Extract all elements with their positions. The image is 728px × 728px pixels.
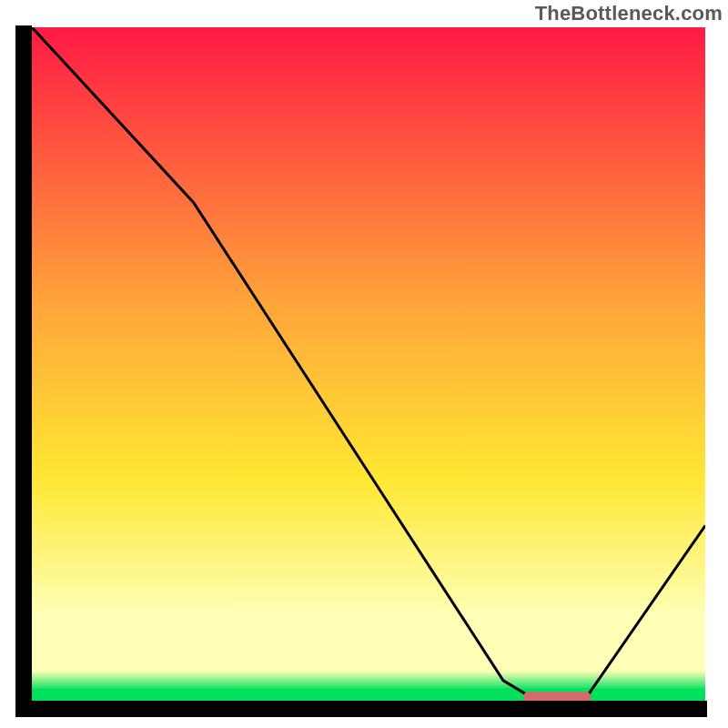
chart-frame: { "watermark": "TheBottleneck.com", "col… <box>0 0 728 728</box>
watermark-text: TheBottleneck.com <box>535 2 723 25</box>
x-axis <box>15 701 707 717</box>
gradient-background <box>32 27 705 691</box>
y-axis <box>15 25 32 717</box>
bottleneck-chart <box>0 0 728 728</box>
plot-area <box>32 27 705 705</box>
green-band <box>32 689 705 701</box>
